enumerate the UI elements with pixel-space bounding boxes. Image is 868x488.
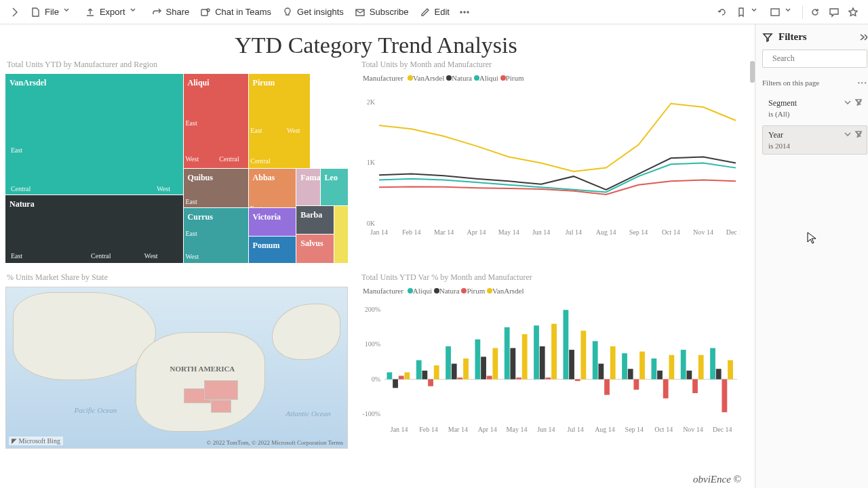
filter-card-year[interactable]: Year is 2014 xyxy=(762,125,867,155)
chat-teams-button[interactable]: Chat in Teams xyxy=(195,4,277,20)
map-copyright[interactable]: © 2022 TomTom, © 2022 Microsoft Corporat… xyxy=(207,439,343,446)
export-menu[interactable]: Export xyxy=(79,4,146,20)
bar-Natura[interactable] xyxy=(686,371,692,380)
line-series-VanArsdel[interactable] xyxy=(379,104,736,171)
bar-VanArsdel[interactable] xyxy=(522,334,528,380)
bar-Aliqui[interactable] xyxy=(446,346,451,380)
bar-VanArsdel[interactable] xyxy=(463,359,469,380)
bar-Aliqui[interactable] xyxy=(534,325,539,379)
legend-item[interactable]: Aliqui xyxy=(479,74,498,82)
comment-button[interactable] xyxy=(825,4,844,20)
bar-Natura[interactable] xyxy=(657,371,663,380)
bar-Pirum[interactable] xyxy=(545,378,551,380)
line-chart-visual[interactable]: Total Units by Month and Manufacturer Ma… xyxy=(360,60,747,263)
bar-Natura[interactable] xyxy=(716,369,722,379)
bar-Aliqui[interactable] xyxy=(681,350,686,380)
bar-VanArsdel[interactable] xyxy=(698,355,704,380)
collapse-pane-icon[interactable] xyxy=(858,33,867,42)
chevron-down-icon[interactable] xyxy=(844,98,852,106)
bar-Aliqui[interactable] xyxy=(622,353,627,379)
bar-Natura[interactable] xyxy=(452,364,457,380)
treemap-node[interactable]: VanArsdelEastCentralWest xyxy=(5,74,184,195)
treemap-node[interactable]: PirumEastWestCentral xyxy=(249,74,311,169)
bar-VanArsdel[interactable] xyxy=(669,355,674,380)
bar-Pirum[interactable] xyxy=(487,375,492,379)
map-visual[interactable]: % Units Market Share by State NORTH AMER… xyxy=(5,272,348,449)
bar-Aliqui[interactable] xyxy=(387,372,392,379)
bar-chart-plot[interactable]: -100%0%100%200%Jan 14Feb 14Mar 14Apr 14M… xyxy=(360,299,740,434)
treemap-node[interactable] xyxy=(334,206,348,263)
legend-item[interactable]: Pirum xyxy=(467,287,485,295)
share-button[interactable]: Share xyxy=(146,4,195,20)
bing-attribution[interactable]: ◤ Microsoft Bing xyxy=(9,436,63,445)
bar-Pirum[interactable] xyxy=(457,378,462,380)
bar-VanArsdel[interactable] xyxy=(404,372,410,379)
filter-search[interactable] xyxy=(762,49,867,68)
bar-Aliqui[interactable] xyxy=(563,310,568,379)
bar-VanArsdel[interactable] xyxy=(434,365,439,379)
clear-filter-icon[interactable] xyxy=(854,130,863,138)
bar-Aliqui[interactable] xyxy=(475,340,480,380)
bar-Aliqui[interactable] xyxy=(416,360,422,379)
legend-item[interactable]: Pirum xyxy=(506,74,524,82)
insights-button[interactable]: Get insights xyxy=(277,4,349,20)
treemap-node[interactable]: CurrusEastWest xyxy=(184,208,249,263)
treemap-node[interactable]: NaturaEastCentralWest xyxy=(5,195,184,263)
edit-button[interactable]: Edit xyxy=(414,4,455,20)
favorite-button[interactable] xyxy=(844,4,863,20)
reset-button[interactable] xyxy=(713,4,732,20)
bar-VanArsdel[interactable] xyxy=(492,348,498,380)
bar-Natura[interactable] xyxy=(510,348,515,380)
treemap-node[interactable]: Barba xyxy=(296,206,334,235)
bar-Pirum[interactable] xyxy=(399,375,404,379)
legend-item[interactable]: VanArsdel xyxy=(492,287,524,295)
line-chart-plot[interactable]: 0K1K2KJan 14Feb 14Mar 14Apr 14May 14Jun … xyxy=(360,86,740,239)
filter-search-input[interactable] xyxy=(771,53,868,64)
bar-Pirum[interactable] xyxy=(604,380,610,395)
treemap-node[interactable]: Fama xyxy=(296,169,320,207)
treemap-node[interactable]: Salvus xyxy=(296,235,334,263)
back-button[interactable] xyxy=(5,4,24,20)
refresh-button[interactable] xyxy=(806,4,825,20)
map-canvas[interactable]: NORTH AMERICA Pacific Ocean Atlantic Oce… xyxy=(5,287,348,449)
subscribe-button[interactable]: Subscribe xyxy=(349,4,414,20)
bar-Natura[interactable] xyxy=(481,357,486,379)
view-menu[interactable] xyxy=(766,4,800,20)
chevron-down-icon[interactable] xyxy=(844,130,852,138)
bar-chart-visual[interactable]: Total Units YTD Var % by Month and Manuf… xyxy=(360,272,747,449)
bar-Aliqui[interactable] xyxy=(593,341,598,379)
treemap-node[interactable]: Pomum xyxy=(249,237,297,263)
treemap-visual[interactable]: Total Units YTD by Manufacturer and Regi… xyxy=(5,60,348,263)
bar-Pirum[interactable] xyxy=(633,380,639,390)
bar-Pirum[interactable] xyxy=(575,380,580,382)
bar-Pirum[interactable] xyxy=(428,380,433,386)
bar-VanArsdel[interactable] xyxy=(728,360,733,379)
bar-Natura[interactable] xyxy=(569,350,574,380)
treemap-node[interactable]: AliquiEastWestCentral xyxy=(184,74,249,169)
bar-Natura[interactable] xyxy=(393,380,398,388)
bar-VanArsdel[interactable] xyxy=(610,346,616,380)
overflow-menu[interactable] xyxy=(455,4,474,20)
treemap-node[interactable]: QuibusEast xyxy=(184,169,249,209)
bar-Aliqui[interactable] xyxy=(651,359,656,380)
bar-Natura[interactable] xyxy=(628,369,633,379)
treemap-node[interactable]: Victoria xyxy=(249,208,297,237)
bar-Natura[interactable] xyxy=(422,371,427,380)
bar-Pirum[interactable] xyxy=(663,380,669,399)
bar-Natura[interactable] xyxy=(598,364,604,380)
bar-Pirum[interactable] xyxy=(692,380,698,393)
bar-Pirum[interactable] xyxy=(516,378,521,380)
bar-Pirum[interactable] xyxy=(722,380,727,413)
bar-Natura[interactable] xyxy=(540,346,545,380)
legend-item[interactable]: Natura xyxy=(439,287,460,295)
bar-Aliqui[interactable] xyxy=(710,348,715,380)
legend-item[interactable]: Natura xyxy=(452,74,472,82)
legend-item[interactable]: VanArsdel xyxy=(413,74,444,82)
clear-filter-icon[interactable] xyxy=(854,98,863,106)
filter-card-segment[interactable]: Segment is (All) xyxy=(762,94,867,123)
scrollbar-thumb[interactable] xyxy=(750,61,755,83)
file-menu[interactable]: File xyxy=(24,4,79,20)
section-overflow[interactable]: ••• xyxy=(857,79,867,87)
bar-Aliqui[interactable] xyxy=(505,327,510,380)
bar-VanArsdel[interactable] xyxy=(580,331,586,380)
